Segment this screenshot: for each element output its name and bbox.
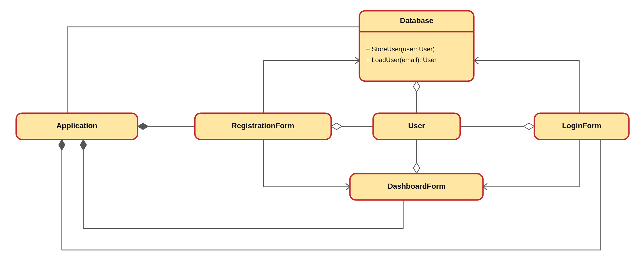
svg-marker-7 [413,163,420,173]
class-loginform: LoginForm [534,113,629,140]
svg-marker-4 [331,123,342,130]
class-application: Application [16,113,138,140]
edge-loginform-user [460,123,534,130]
edge-application-registrationform [138,123,195,130]
user-title: User [408,121,425,130]
svg-marker-1 [138,123,148,130]
edge-loginform-database [474,57,579,113]
class-user: User [373,113,460,140]
edge-loginform-dashboardform [483,140,579,190]
edge-database-user [413,81,420,113]
database-title: Database [400,16,434,25]
class-database: Database + StoreUser(user: User) + LoadU… [359,11,474,81]
loginform-title: LoginForm [562,121,601,130]
edge-registrationform-user [331,123,373,130]
registrationform-title: RegistrationForm [231,121,294,130]
svg-marker-2 [80,140,87,150]
svg-marker-6 [413,81,420,92]
class-dashboardform: DashboardForm [350,174,483,200]
dashboardform-title: DashboardForm [388,182,446,190]
edge-registrationform-dashboardform [263,140,350,190]
uml-class-diagram: Application RegistrationForm User LoginF… [0,0,644,261]
edge-registrationform-database [263,57,359,113]
application-title: Application [56,121,97,130]
svg-marker-3 [59,140,65,150]
edge-application-database [64,27,359,124]
edge-dashboardform-user [413,140,420,173]
database-method-1: + LoadUser(email): User [366,56,437,63]
class-registrationform: RegistrationForm [195,113,331,140]
database-method-0: + StoreUser(user: User) [366,45,435,53]
svg-marker-5 [524,123,534,130]
edge-application-loginform [59,140,601,250]
